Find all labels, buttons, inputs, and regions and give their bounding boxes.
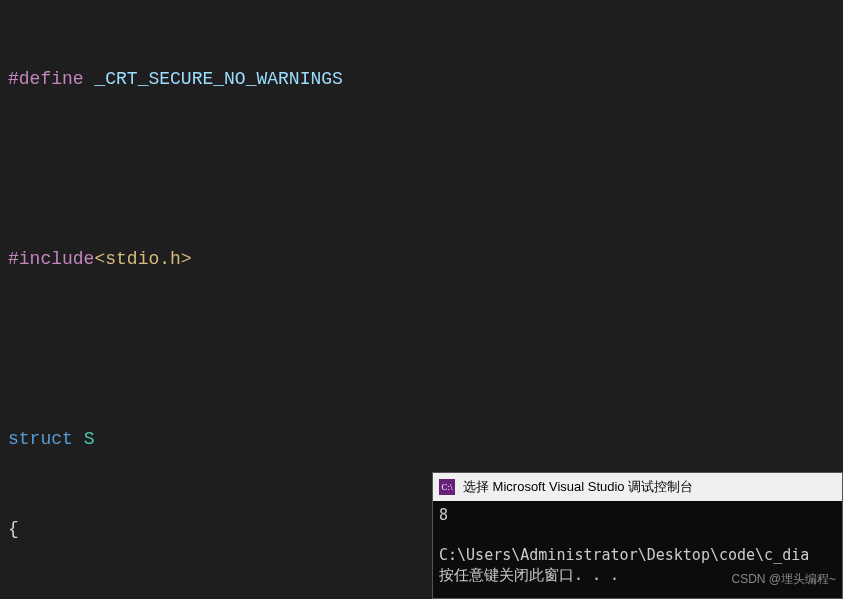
console-title: 选择 Microsoft Visual Studio 调试控制台: [463, 472, 693, 502]
blank-line: [8, 334, 835, 364]
watermark: CSDN @埋头编程~: [731, 564, 836, 594]
include-path: stdio.h: [105, 244, 181, 274]
struct-keyword: struct: [8, 424, 73, 454]
blank-line: [8, 154, 835, 184]
code-line: struct S: [8, 424, 835, 454]
open-brace: {: [8, 514, 19, 544]
define-symbol: _CRT_SECURE_NO_WARNINGS: [94, 64, 342, 94]
console-blank: [439, 525, 836, 545]
console-path: C:\Users\Administrator\Desktop\code\c_di…: [439, 545, 836, 565]
console-output: 8: [439, 505, 836, 525]
console-icon: C:\: [439, 479, 455, 495]
code-line: #define _CRT_SECURE_NO_WARNINGS: [8, 64, 835, 94]
debug-console-window[interactable]: C:\ 选择 Microsoft Visual Studio 调试控制台 8 C…: [432, 472, 843, 599]
code-line: #include<stdio.h>: [8, 244, 835, 274]
preproc-define: #define: [8, 64, 84, 94]
include-close: >: [181, 244, 192, 274]
preproc-include: #include: [8, 244, 94, 274]
include-open: <: [94, 244, 105, 274]
struct-name: S: [84, 424, 95, 454]
console-titlebar[interactable]: C:\ 选择 Microsoft Visual Studio 调试控制台: [433, 473, 842, 501]
